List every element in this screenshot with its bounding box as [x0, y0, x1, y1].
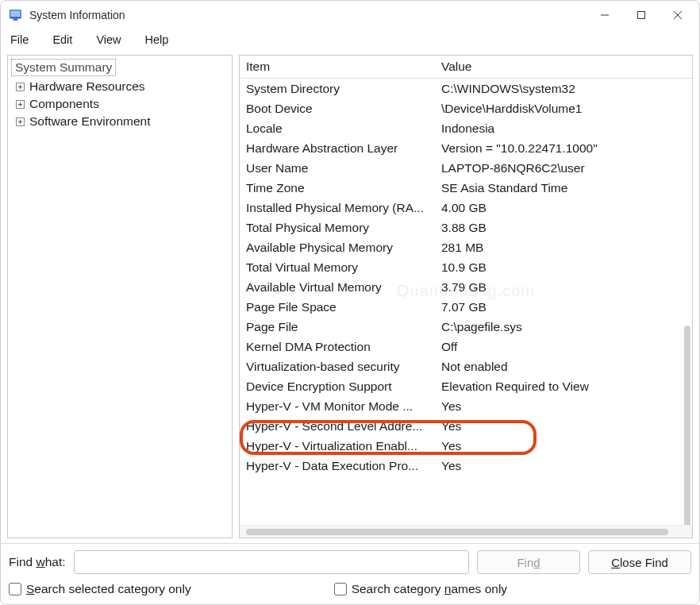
checkbox-icon: [334, 583, 347, 595]
tree-item-hardware-resources[interactable]: Hardware Resources: [10, 78, 230, 95]
cell-value: Indonesia: [435, 118, 692, 138]
tree-item-components[interactable]: Components: [10, 95, 230, 113]
cell-value: 3.79 GB: [435, 277, 692, 297]
close-find-button[interactable]: Close Find: [588, 550, 691, 574]
cell-value: \Device\HarddiskVolume1: [435, 98, 692, 118]
table-row[interactable]: Hyper-V - Data Execution Pro...Yes: [240, 456, 692, 476]
tree-root[interactable]: System Summary: [11, 59, 116, 76]
expand-icon[interactable]: [16, 100, 25, 109]
cell-value: 281 MB: [435, 237, 692, 257]
vertical-scrollbar[interactable]: [684, 326, 690, 525]
table-row[interactable]: Hyper-V - Virtualization Enabl...Yes: [240, 436, 692, 456]
table-row[interactable]: Hyper-V - Second Level Addre...Yes: [240, 416, 692, 436]
col-value[interactable]: Value: [435, 56, 692, 79]
cell-item: Total Virtual Memory: [240, 257, 435, 277]
cell-item: Page File Space: [240, 297, 435, 317]
table-row[interactable]: Time ZoneSE Asia Standard Time: [240, 178, 692, 198]
cell-value: LAPTOP-86NQR6C2\user: [435, 158, 692, 178]
titlebar: System Information: [1, 1, 699, 29]
table-row[interactable]: Page File Space7.07 GB: [240, 297, 692, 317]
cell-value: Yes: [435, 396, 692, 416]
cell-item: Boot Device: [240, 98, 435, 118]
cell-value: Not enabled: [435, 356, 692, 376]
checkbox-icon: [9, 583, 21, 595]
table-row[interactable]: Available Physical Memory281 MB: [240, 237, 692, 257]
close-button[interactable]: [660, 3, 696, 27]
svg-rect-1: [10, 10, 20, 17]
details-pane: Item Value System DirectoryC:\WINDOWS\sy…: [239, 55, 693, 538]
menu-edit[interactable]: Edit: [48, 32, 77, 48]
cell-item: Total Physical Memory: [240, 218, 435, 237]
find-bar: Find what: Find Close Find Search select…: [1, 543, 699, 604]
tree-item-software-environment[interactable]: Software Environment: [10, 113, 230, 130]
table-row[interactable]: User NameLAPTOP-86NQR6C2\user: [240, 158, 692, 178]
minimize-button[interactable]: [587, 3, 623, 27]
svg-rect-4: [638, 12, 645, 19]
horizontal-scrollbar[interactable]: [240, 525, 692, 538]
cell-value: Yes: [435, 416, 692, 436]
cell-item: Available Virtual Memory: [240, 277, 435, 297]
cell-item: Time Zone: [240, 178, 435, 198]
table-row[interactable]: Virtualization-based securityNot enabled: [240, 356, 692, 376]
window-title: System Information: [29, 9, 125, 21]
cell-item: Hyper-V - VM Monitor Mode ...: [240, 396, 435, 416]
main-split: System Summary Hardware Resources Compon…: [1, 50, 699, 543]
details-table: Item Value System DirectoryC:\WINDOWS\sy…: [240, 56, 692, 476]
cell-item: Hardware Abstraction Layer: [240, 138, 435, 158]
window-controls: [587, 3, 696, 27]
find-label: Find what:: [9, 555, 66, 569]
table-row[interactable]: Device Encryption SupportElevation Requi…: [240, 376, 692, 396]
expand-icon[interactable]: [16, 83, 25, 91]
cell-item: Installed Physical Memory (RA...: [240, 198, 435, 218]
table-row[interactable]: Available Virtual Memory3.79 GB: [240, 277, 692, 297]
cell-value: Elevation Required to View: [435, 376, 692, 396]
menubar: File Edit View Help: [1, 29, 699, 50]
cell-item: User Name: [240, 158, 435, 178]
find-button[interactable]: Find: [477, 550, 580, 574]
tree-pane[interactable]: System Summary Hardware Resources Compon…: [7, 55, 233, 538]
find-input[interactable]: [74, 550, 469, 574]
cell-item: Hyper-V - Data Execution Pro...: [240, 456, 435, 476]
tree-item-label: Hardware Resources: [29, 79, 145, 94]
cell-item: Available Physical Memory: [240, 237, 435, 257]
maximize-button[interactable]: [623, 3, 660, 27]
col-item[interactable]: Item: [240, 56, 435, 79]
cell-item: Hyper-V - Second Level Addre...: [240, 416, 435, 436]
cell-value: Off: [435, 337, 692, 356]
table-row[interactable]: Total Virtual Memory10.9 GB: [240, 257, 692, 277]
search-selected-category-checkbox[interactable]: Search selected category only: [9, 582, 191, 596]
table-row[interactable]: Page FileC:\pagefile.sys: [240, 317, 692, 337]
cell-value: C:\pagefile.sys: [435, 317, 692, 337]
cell-item: Virtualization-based security: [240, 356, 435, 376]
cell-item: Device Encryption Support: [240, 376, 435, 396]
details-scroll[interactable]: Item Value System DirectoryC:\WINDOWS\sy…: [240, 56, 692, 525]
table-row[interactable]: Hardware Abstraction LayerVersion = "10.…: [240, 138, 692, 158]
cell-value: 4.00 GB: [435, 198, 692, 218]
table-row[interactable]: LocaleIndonesia: [240, 118, 692, 138]
cell-value: Yes: [435, 456, 692, 476]
table-row[interactable]: Installed Physical Memory (RA...4.00 GB: [240, 198, 692, 218]
cell-value: Yes: [435, 436, 692, 456]
cell-value: 10.9 GB: [435, 257, 692, 277]
menu-help[interactable]: Help: [140, 32, 174, 48]
menu-view[interactable]: View: [91, 32, 125, 48]
expand-icon[interactable]: [16, 118, 25, 126]
svg-rect-2: [13, 19, 18, 21]
table-row[interactable]: Kernel DMA ProtectionOff: [240, 337, 692, 356]
table-row[interactable]: Boot Device\Device\HarddiskVolume1: [240, 98, 692, 118]
cell-value: 7.07 GB: [435, 297, 692, 317]
cell-item: Kernel DMA Protection: [240, 337, 435, 356]
cell-value: 3.88 GB: [435, 218, 692, 237]
tree-item-label: Components: [29, 97, 99, 111]
tree-item-label: Software Environment: [29, 114, 151, 129]
search-category-names-checkbox[interactable]: Search category names only: [334, 582, 507, 596]
table-row[interactable]: System DirectoryC:\WINDOWS\system32: [240, 79, 692, 99]
cell-item: Locale: [240, 118, 435, 138]
cell-item: Page File: [240, 317, 435, 337]
cell-value: SE Asia Standard Time: [435, 178, 692, 198]
cell-item: System Directory: [240, 79, 435, 99]
menu-file[interactable]: File: [6, 32, 33, 48]
table-row[interactable]: Hyper-V - VM Monitor Mode ...Yes: [240, 396, 692, 416]
app-icon: [9, 8, 23, 22]
table-row[interactable]: Total Physical Memory3.88 GB: [240, 218, 692, 237]
